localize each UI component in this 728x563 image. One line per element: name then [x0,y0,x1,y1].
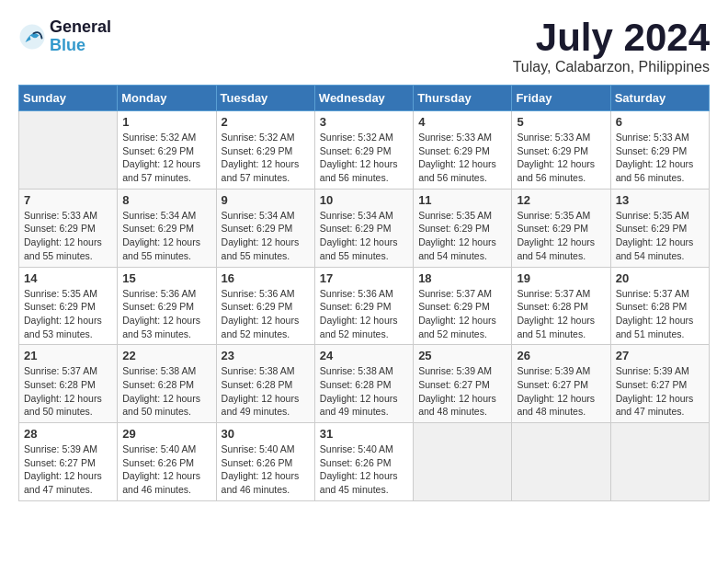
sunrise: Sunrise: 5:38 AM [122,365,196,376]
day-info: Sunrise: 5:36 AM Sunset: 6:29 PM Dayligh… [320,287,408,341]
calendar-week-5: 28 Sunrise: 5:39 AM Sunset: 6:27 PM Dayl… [19,423,710,501]
sunset: Sunset: 6:26 PM [320,457,392,468]
sunset: Sunset: 6:28 PM [517,301,588,312]
day-number: 15 [122,271,210,285]
daylight: Daylight: 12 hours and 56 minutes. [320,158,398,183]
sunrise: Sunrise: 5:34 AM [122,210,196,221]
day-number: 30 [222,427,310,441]
daylight: Daylight: 12 hours and 54 minutes. [418,236,496,261]
sunrise: Sunrise: 5:35 AM [616,210,689,221]
day-info: Sunrise: 5:33 AM Sunset: 6:29 PM Dayligh… [24,209,112,263]
day-number: 3 [320,115,408,129]
month-title: July 2024 [513,18,710,57]
day-number: 18 [418,271,506,285]
day-number: 31 [320,427,408,441]
sunrise: Sunrise: 5:33 AM [616,132,689,143]
sunset: Sunset: 6:26 PM [222,457,293,468]
calendar-cell: 5 Sunrise: 5:33 AM Sunset: 6:29 PM Dayli… [512,111,610,190]
day-number: 5 [517,115,605,129]
sunset: Sunset: 6:29 PM [517,145,588,156]
sunrise: Sunrise: 5:37 AM [517,288,590,299]
calendar-cell: 7 Sunrise: 5:33 AM Sunset: 6:29 PM Dayli… [19,189,118,267]
sunrise: Sunrise: 5:39 AM [616,365,689,376]
calendar-cell: 4 Sunrise: 5:33 AM Sunset: 6:29 PM Dayli… [414,111,512,190]
daylight: Daylight: 12 hours and 56 minutes. [418,158,496,183]
sunset: Sunset: 6:27 PM [24,457,96,468]
day-info: Sunrise: 5:32 AM Sunset: 6:29 PM Dayligh… [122,131,210,185]
calendar-cell: 21 Sunrise: 5:37 AM Sunset: 6:28 PM Dayl… [19,345,118,423]
sunset: Sunset: 6:29 PM [320,145,392,156]
daylight: Daylight: 12 hours and 50 minutes. [122,393,200,418]
daylight: Daylight: 12 hours and 51 minutes. [517,315,595,339]
sunrise: Sunrise: 5:35 AM [517,210,590,221]
calendar-week-2: 7 Sunrise: 5:33 AM Sunset: 6:29 PM Dayli… [19,189,710,267]
day-info: Sunrise: 5:35 AM Sunset: 6:29 PM Dayligh… [517,209,605,263]
sunrise: Sunrise: 5:33 AM [24,210,97,221]
calendar-cell: 18 Sunrise: 5:37 AM Sunset: 6:29 PM Dayl… [414,267,512,345]
daylight: Daylight: 12 hours and 47 minutes. [616,393,694,418]
weekday-header-monday: Monday [118,86,216,111]
sunrise: Sunrise: 5:33 AM [418,132,492,143]
calendar-cell: 31 Sunrise: 5:40 AM Sunset: 6:26 PM Dayl… [314,423,413,501]
calendar-cell: 2 Sunrise: 5:32 AM Sunset: 6:29 PM Dayli… [216,111,314,190]
calendar-cell: 22 Sunrise: 5:38 AM Sunset: 6:28 PM Dayl… [118,345,216,423]
calendar-week-1: 1 Sunrise: 5:32 AM Sunset: 6:29 PM Dayli… [19,111,710,190]
sunrise: Sunrise: 5:39 AM [24,443,97,454]
daylight: Daylight: 12 hours and 52 minutes. [222,315,300,339]
sunset: Sunset: 6:27 PM [616,379,688,390]
day-info: Sunrise: 5:33 AM Sunset: 6:29 PM Dayligh… [616,131,704,185]
sunrise: Sunrise: 5:39 AM [418,365,492,376]
daylight: Daylight: 12 hours and 53 minutes. [122,315,200,339]
calendar-cell [19,111,118,190]
day-info: Sunrise: 5:34 AM Sunset: 6:29 PM Dayligh… [320,209,408,263]
sunrise: Sunrise: 5:36 AM [320,288,393,299]
daylight: Daylight: 12 hours and 57 minutes. [122,158,200,183]
daylight: Daylight: 12 hours and 49 minutes. [320,393,398,418]
sunset: Sunset: 6:29 PM [122,301,194,312]
day-number: 10 [320,193,408,207]
sunset: Sunset: 6:29 PM [320,223,392,234]
day-info: Sunrise: 5:35 AM Sunset: 6:29 PM Dayligh… [24,287,112,341]
sunrise: Sunrise: 5:39 AM [517,365,590,376]
day-info: Sunrise: 5:40 AM Sunset: 6:26 PM Dayligh… [222,442,310,497]
calendar-cell: 13 Sunrise: 5:35 AM Sunset: 6:29 PM Dayl… [610,189,709,267]
calendar-cell [610,423,709,501]
day-info: Sunrise: 5:35 AM Sunset: 6:29 PM Dayligh… [418,209,506,263]
daylight: Daylight: 12 hours and 46 minutes. [222,470,300,495]
logo-icon [18,23,46,51]
calendar-week-4: 21 Sunrise: 5:37 AM Sunset: 6:28 PM Dayl… [19,345,710,423]
sunset: Sunset: 6:29 PM [418,301,490,312]
day-info: Sunrise: 5:37 AM Sunset: 6:29 PM Dayligh… [418,287,506,341]
day-number: 9 [222,193,310,207]
day-info: Sunrise: 5:32 AM Sunset: 6:29 PM Dayligh… [222,131,310,185]
day-number: 8 [122,193,210,207]
sunrise: Sunrise: 5:37 AM [418,288,492,299]
sunset: Sunset: 6:29 PM [24,223,96,234]
calendar-cell: 11 Sunrise: 5:35 AM Sunset: 6:29 PM Dayl… [414,189,512,267]
day-number: 4 [418,115,506,129]
daylight: Daylight: 12 hours and 50 minutes. [24,393,102,418]
day-info: Sunrise: 5:35 AM Sunset: 6:29 PM Dayligh… [616,209,704,263]
calendar-cell [414,423,512,501]
sunset: Sunset: 6:27 PM [418,379,490,390]
sunrise: Sunrise: 5:37 AM [24,365,97,376]
sunrise: Sunrise: 5:34 AM [222,210,295,221]
sunset: Sunset: 6:26 PM [122,457,194,468]
calendar-cell: 27 Sunrise: 5:39 AM Sunset: 6:27 PM Dayl… [610,345,709,423]
day-number: 11 [418,193,506,207]
sunset: Sunset: 6:29 PM [418,223,490,234]
daylight: Daylight: 12 hours and 57 minutes. [222,158,300,183]
sunrise: Sunrise: 5:35 AM [418,210,492,221]
day-number: 6 [616,115,704,129]
sunset: Sunset: 6:28 PM [616,301,688,312]
title-section: July 2024 Tulay, Calabarzon, Philippines [513,18,710,75]
day-number: 20 [616,271,704,285]
daylight: Daylight: 12 hours and 52 minutes. [320,315,398,339]
day-info: Sunrise: 5:36 AM Sunset: 6:29 PM Dayligh… [122,287,210,341]
sunset: Sunset: 6:28 PM [24,379,96,390]
daylight: Daylight: 12 hours and 56 minutes. [616,158,694,183]
sunset: Sunset: 6:29 PM [616,145,688,156]
day-number: 28 [24,427,112,441]
sunrise: Sunrise: 5:37 AM [616,288,689,299]
day-number: 13 [616,193,704,207]
